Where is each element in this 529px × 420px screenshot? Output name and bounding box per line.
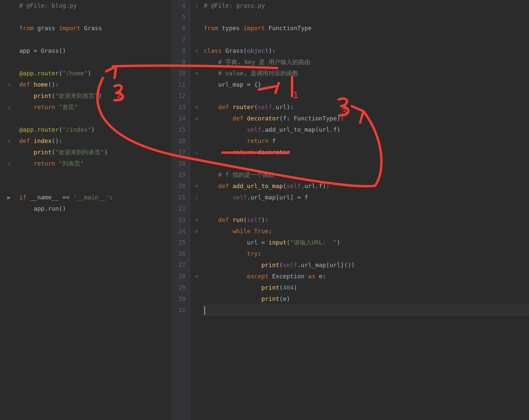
caret-line (202, 305, 529, 316)
right-fold-gutter: ⊥ ⊟ ⊟ ⊟ ⊟ ⊥ ⊟ ⊥ ⊟ ⊟ ⊟ (190, 0, 202, 420)
fold-end-icon[interactable]: ⊥ (190, 192, 202, 203)
fold-icon[interactable]: ⊟ (190, 180, 202, 192)
fold-icon[interactable]: ⊟ (0, 79, 18, 90)
run-gutter-icon[interactable]: ▶ (0, 192, 18, 203)
fold-icon[interactable]: ⊟ (190, 271, 202, 282)
line-number-gutter: 4 5 6 7 8 9 10 11 12 13 14 15 16 17 18 1… (171, 0, 190, 420)
fold-icon[interactable]: ⊟ (190, 102, 202, 113)
fold-icon[interactable]: ⊟ (190, 45, 202, 56)
fold-icon[interactable]: ⊟ (0, 135, 18, 147)
line-number: 4 (172, 0, 190, 11)
fold-end-icon[interactable]: ⊥ (190, 147, 202, 158)
fold-end-icon[interactable]: ⊥ (0, 102, 18, 113)
editor-split: ⊟ ⊥ ⊟ ⊥ ▶ # @File: blog.py from grass im… (0, 0, 529, 420)
text-caret (204, 306, 205, 315)
fold-icon[interactable]: ⊟ (190, 68, 202, 79)
fold-icon[interactable]: ⊟ (190, 113, 202, 124)
fold-end-icon[interactable]: ⊥ (190, 0, 202, 11)
right-editor[interactable]: # @File: grass.py from types import Func… (202, 0, 529, 420)
fold-icon[interactable]: ⊟ (190, 214, 202, 226)
code-line: # @File: blog.py (18, 0, 171, 11)
left-editor[interactable]: # @File: blog.py from grass import Grass… (18, 0, 171, 420)
fold-end-icon[interactable]: ⊥ (0, 158, 18, 169)
left-gutter: ⊟ ⊥ ⊟ ⊥ ▶ (0, 0, 18, 420)
fold-icon[interactable]: ⊟ (190, 226, 202, 237)
